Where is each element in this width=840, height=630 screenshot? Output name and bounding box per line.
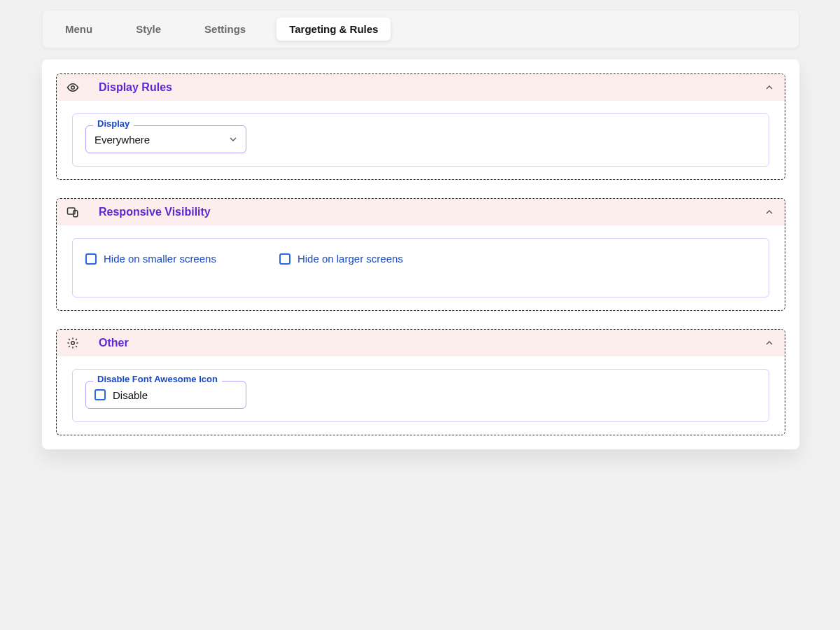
settings-canvas: Menu Style Settings Targeting & Rules Di… <box>0 0 840 449</box>
section-responsive-visibility: Responsive Visibility Hide on smaller sc… <box>56 198 785 311</box>
section-body-responsive-visibility: Hide on smaller screens Hide on larger s… <box>57 225 785 310</box>
display-select[interactable]: Everywhere <box>85 125 246 153</box>
chevron-up-icon <box>764 206 775 218</box>
responsive-visibility-field-box: Hide on smaller screens Hide on larger s… <box>72 238 769 298</box>
checkbox-hide-larger[interactable]: Hide on larger screens <box>279 253 403 265</box>
section-body-display-rules: Everywhere <box>57 101 785 179</box>
tab-menu[interactable]: Menu <box>52 18 105 41</box>
svg-point-3 <box>71 342 75 345</box>
section-header-display-rules[interactable]: Display Rules <box>57 74 785 101</box>
display-select-value: Everywhere <box>94 134 150 146</box>
other-field-box: Disable <box>72 369 769 422</box>
checkbox-box-icon <box>85 253 97 265</box>
checkbox-label: Hide on smaller screens <box>104 253 216 265</box>
tab-targeting-rules[interactable]: Targeting & Rules <box>276 18 391 41</box>
devices-icon <box>66 206 79 218</box>
section-header-other[interactable]: Other <box>57 330 785 356</box>
svg-point-0 <box>71 86 75 90</box>
checkbox-label: Hide on larger screens <box>298 253 403 265</box>
responsive-check-row: Hide on smaller screens Hide on larger s… <box>85 250 756 284</box>
tab-settings[interactable]: Settings <box>192 18 258 41</box>
chevron-down-icon <box>227 134 239 145</box>
display-rules-field-box: Everywhere <box>72 113 769 167</box>
chevron-up-icon <box>764 337 775 349</box>
chevron-up-icon <box>764 82 775 93</box>
section-title: Display Rules <box>99 81 172 94</box>
main-panel: Display Rules Everywhere <box>42 59 799 449</box>
disable-fa-label: Disable <box>113 389 148 401</box>
gear-icon <box>66 337 79 349</box>
section-body-other: Disable <box>57 356 785 435</box>
checkbox-box-icon <box>279 253 290 265</box>
tab-style[interactable]: Style <box>123 18 174 41</box>
section-display-rules: Display Rules Everywhere <box>56 74 785 180</box>
section-title: Other <box>99 337 129 349</box>
display-rules-icon <box>66 81 79 94</box>
section-other: Other Disable <box>56 329 785 435</box>
section-header-responsive-visibility[interactable]: Responsive Visibility <box>57 199 785 225</box>
disable-fa-toggle[interactable]: Disable <box>85 381 246 409</box>
checkbox-hide-smaller[interactable]: Hide on smaller screens <box>85 253 216 265</box>
tab-bar: Menu Style Settings Targeting & Rules <box>42 10 799 48</box>
section-title: Responsive Visibility <box>99 206 211 218</box>
checkbox-box-icon <box>94 389 106 400</box>
